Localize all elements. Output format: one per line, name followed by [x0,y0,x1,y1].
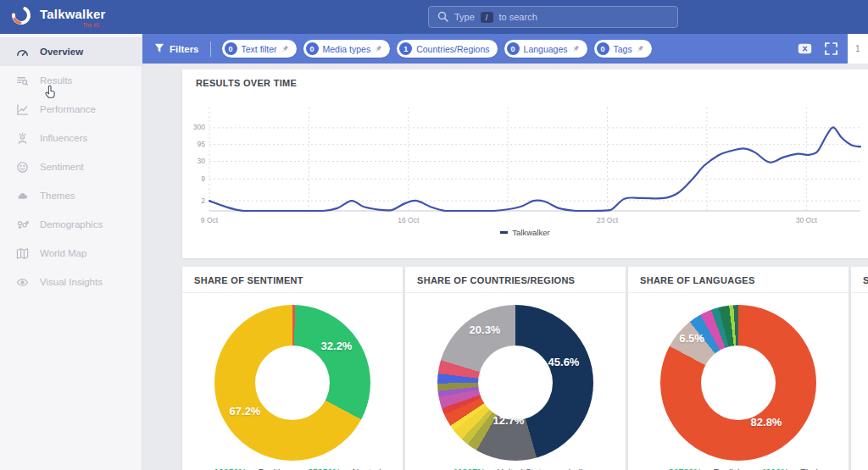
filter-bar: Filters 0Text filter0Media types1Countri… [142,34,868,64]
sentiment-donut-chart[interactable]: 32.2%67.2% [214,305,370,461]
svg-text:23 Oct: 23 Oct [597,216,619,224]
donut-percent-label: 32.2% [321,340,353,352]
svg-text:9 Oct: 9 Oct [201,216,219,224]
filter-pill-label: Languages [524,44,568,54]
top-bar: Talkwalker The #1 ... Type / to search [0,0,868,34]
donut-hole [701,346,776,420]
results-over-time-card: RESULTS OVER TIME 2930953009 Oct16 Oct23… [182,69,868,258]
worldmap-icon [15,246,29,260]
sidebar-item-sentiment[interactable]: Sentiment [0,152,142,181]
sidebar-item-label: Performance [40,104,96,114]
sidebar-item-overview[interactable]: Overview [0,37,142,66]
line-chart-legend: Talkwalker [182,228,868,237]
sidebar-item-themes[interactable]: Themes [0,181,142,210]
donut-percent-label: 12.7% [493,414,525,427]
sidebar-item-world-map[interactable]: World Map [0,239,142,268]
results-line-chart[interactable]: 2930953009 Oct16 Oct23 Oct30 Oct [186,94,864,231]
search-slash-key: / [481,12,493,23]
sentiment-icon [15,160,29,174]
search-input[interactable]: Type / to search [428,6,678,28]
results-card-title: RESULTS OVER TIME [182,69,868,94]
pin-icon[interactable] [572,45,580,53]
pin-icon[interactable] [637,45,644,53]
languages-card-title: SHARE OF LANGUAGES [628,267,849,293]
talkwalker-logo-icon [10,4,32,30]
sidebar-item-label: Themes [40,191,75,201]
themes-icon [15,189,29,202]
sidebar-nav: OverviewResultsPerformanceInfluencersSen… [0,34,142,470]
filter-pill-label: Media types [323,44,371,54]
sidebar-item-label: Demographics [40,219,103,229]
corner-count-box: 1 [848,34,868,64]
performance-icon [15,102,29,116]
sidebar-item-label: Influencers [40,133,87,143]
sidebar-item-label: Visual Insights [40,277,103,287]
sidebar-item-results[interactable]: Results [0,66,142,95]
donut-percent-label: 20.3% [470,323,501,336]
svg-text:300: 300 [193,123,205,131]
filters-label: Filters [170,44,199,54]
partial-fourth-card: SH [851,267,868,470]
sidebar-item-label: Overview [40,47,83,57]
sidebar-item-performance[interactable]: Performance [0,95,142,124]
talkwalker-dashboard: Talkwalker The #1 ... Type / to search O… [0,0,868,470]
sidebar-item-influencers[interactable]: Influencers [0,124,142,152]
share-of-languages-card: SHARE OF LANGUAGES 82.8%6.5% ↖ 20733%Eng… [628,267,849,470]
svg-text:16 Oct: 16 Oct [398,216,420,224]
filter-pill-label: Text filter [242,44,277,54]
influencers-icon [15,131,29,145]
filter-count-badge: 1 [399,42,412,55]
donut-percent-label: 6.5% [679,332,704,345]
pin-icon[interactable] [375,45,382,53]
sidebar-item-label: Results [40,75,72,86]
gauge-icon [15,45,29,58]
share-of-countries-card: SHARE OF COUNTRIES/REGIONS 45.6%20.3%12.… [405,267,626,470]
filter-pill-languages[interactable]: 0Languages [504,40,587,58]
countries-donut-chart[interactable]: 45.6%20.3%12.7% [437,305,593,461]
demographics-icon [15,218,29,231]
funnel-icon [154,43,164,55]
svg-text:30: 30 [198,157,206,165]
countries-card-title: SHARE OF COUNTRIES/REGIONS [405,267,626,293]
sentiment-card-title: SHARE OF SENTIMENT [182,267,403,293]
legend-series-label: Talkwalker [512,228,549,237]
filter-pill-tags[interactable]: 0Tags [594,40,652,58]
clear-filters-icon[interactable] [798,43,812,54]
donut-hole [478,346,553,420]
filter-count-badge: 0 [597,42,609,55]
sidebar-item-visual-insights[interactable]: Visual Insights [0,268,142,296]
filter-count-badge: 0 [507,42,520,55]
languages-donut-chart[interactable]: 82.8%6.5% [660,305,816,461]
talkwalker-logo[interactable]: Talkwalker The #1 ... [10,4,106,30]
donut-cards-row: SHARE OF SENTIMENT 32.2%67.2% ↖ 12050%Po… [182,267,868,470]
search-placeholder-post: to search [499,12,537,22]
sidebar-item-label: World Map [40,248,86,258]
legend-marker [500,231,508,234]
svg-text:9: 9 [201,174,205,183]
filter-pill-label: Countries/Regions [416,44,489,54]
filter-count-badge: 0 [225,42,237,55]
pin-icon[interactable] [281,45,289,53]
share-of-sentiment-card: SHARE OF SENTIMENT 32.2%67.2% ↖ 12050%Po… [182,267,403,470]
svg-text:30 Oct: 30 Oct [796,216,818,224]
filterbar-divider [210,41,211,57]
filters-button[interactable]: Filters [154,43,199,55]
filter-pill-text-filter[interactable]: 0Text filter [222,40,297,58]
brand-tagline: The #1 ... [40,22,106,28]
donut-percent-label: 67.2% [230,405,261,417]
fullscreen-icon[interactable] [825,42,837,55]
filter-pill-countries-regions[interactable]: 1Countries/Regions [397,40,497,58]
results-icon [15,74,29,87]
sidebar-item-demographics[interactable]: Demographics [0,210,142,239]
filter-pill-media-types[interactable]: 0Media types [303,40,391,58]
partial-card-title: SH [851,267,868,293]
main-content: RESULTS OVER TIME 2930953009 Oct16 Oct23… [142,64,868,470]
donut-percent-label: 82.8% [751,416,782,429]
corner-count: 1 [855,44,860,53]
search-icon [437,11,448,24]
donut-percent-label: 45.6% [548,356,580,368]
donut-hole [255,346,330,420]
filter-count-badge: 0 [306,42,319,55]
svg-text:95: 95 [198,140,206,148]
svg-text:2: 2 [201,196,205,205]
